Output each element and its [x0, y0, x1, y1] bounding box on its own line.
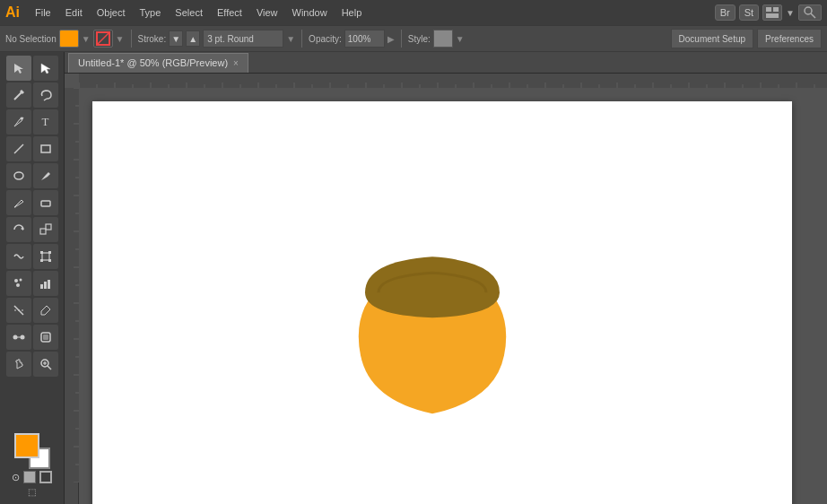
tool-panel: T	[0, 52, 65, 504]
eraser-btn[interactable]	[33, 190, 58, 215]
tool-row-6	[2, 190, 62, 215]
lasso-btn[interactable]	[33, 83, 58, 108]
change-screen-mode-btn[interactable]: ⬚	[28, 487, 36, 497]
bridge-button[interactable]: Br	[715, 4, 736, 21]
svg-rect-23	[48, 251, 51, 254]
screen-mode-row: ⬚	[28, 487, 36, 497]
tool-row-8	[2, 244, 62, 269]
svg-point-3	[805, 7, 812, 14]
style-section: Style: ▼	[408, 30, 465, 48]
stock-button[interactable]: St	[739, 4, 759, 21]
zoom-tool-btn[interactable]	[33, 352, 58, 377]
svg-rect-31	[48, 280, 50, 289]
menu-select[interactable]: Select	[169, 4, 209, 21]
opacity-text-label: Opacity:	[309, 34, 342, 44]
main-area: T	[0, 52, 827, 504]
stroke-dropdown-icon[interactable]: ▼	[286, 34, 295, 44]
svg-rect-25	[48, 259, 51, 262]
svg-marker-8	[41, 64, 50, 74]
menu-help[interactable]: Help	[335, 4, 369, 21]
opacity-input[interactable]	[344, 30, 385, 48]
fill-dropdown-icon[interactable]: ▼	[82, 34, 91, 44]
blend-btn[interactable]	[6, 325, 31, 350]
magic-wand-btn[interactable]	[6, 83, 31, 108]
scale-btn[interactable]	[33, 217, 58, 242]
pencil-btn[interactable]	[6, 190, 31, 215]
options-toolbar: No Selection ▼ ▼ Stroke: ▼ ▲ 3 pt. Round…	[0, 25, 827, 52]
svg-rect-29	[40, 284, 43, 289]
foreground-color-box[interactable]	[14, 433, 39, 458]
opacity-section: Opacity: ▶	[309, 30, 395, 48]
svg-point-35	[13, 335, 17, 340]
svg-line-6	[97, 32, 109, 45]
menu-effect[interactable]: Effect	[211, 4, 248, 21]
line-tool-btn[interactable]	[6, 136, 31, 161]
search-icon[interactable]	[798, 4, 822, 21]
eyedropper-btn[interactable]	[33, 298, 58, 323]
tab-title: Untitled-1* @ 50% (RGB/Preview)	[78, 57, 228, 68]
stroke-icon[interactable]	[93, 30, 113, 48]
default-colors-icon[interactable]: ⊙	[12, 472, 20, 483]
direct-selection-tool-btn[interactable]	[33, 56, 58, 81]
style-swatch[interactable]	[433, 30, 453, 48]
color-mode-row: ⊙	[12, 471, 52, 483]
svg-rect-24	[40, 259, 43, 262]
svg-rect-19	[40, 229, 46, 234]
svg-point-15	[14, 172, 23, 179]
document-setup-button[interactable]: Document Setup	[671, 29, 754, 48]
color-boxes	[14, 433, 50, 469]
workspace-layout-icon[interactable]	[762, 4, 782, 21]
svg-marker-7	[14, 64, 23, 74]
rotate-btn[interactable]	[6, 217, 31, 242]
menu-edit[interactable]: Edit	[59, 4, 89, 21]
ruler-and-canvas-col	[79, 74, 827, 504]
svg-rect-39	[43, 335, 48, 340]
opacity-dropdown-icon[interactable]: ▶	[387, 34, 395, 44]
column-graph-btn[interactable]	[33, 271, 58, 296]
vertical-ruler	[65, 88, 79, 504]
svg-line-11	[44, 99, 47, 100]
menu-object[interactable]: Object	[91, 4, 132, 21]
horizontal-ruler	[79, 74, 827, 88]
menu-type[interactable]: Type	[134, 4, 168, 21]
ellipse-tool-btn[interactable]	[6, 163, 31, 188]
separator-3	[401, 30, 402, 48]
tool-row-9	[2, 271, 62, 296]
stroke-decrease-btn[interactable]: ▼	[169, 30, 183, 47]
paintbrush-btn[interactable]	[33, 163, 58, 188]
selection-tool-btn[interactable]	[6, 56, 31, 81]
selection-section: No Selection ▼ ▼	[5, 30, 125, 48]
style-dropdown-icon[interactable]: ▼	[456, 34, 465, 44]
none-fill-icon[interactable]	[23, 471, 36, 483]
free-transform-btn[interactable]	[33, 244, 58, 269]
stroke-color-dropdown-icon[interactable]: ▼	[116, 34, 125, 44]
stroke-value-display: 3 pt. Round	[203, 30, 283, 48]
tool-row-12	[2, 352, 62, 377]
type-tool-btn[interactable]: T	[33, 109, 58, 135]
fill-color-swatch[interactable]	[59, 30, 79, 48]
svg-rect-68	[79, 74, 827, 88]
tab-close-btn[interactable]: ×	[233, 58, 239, 68]
svg-rect-22	[40, 251, 43, 254]
menu-view[interactable]: View	[250, 4, 284, 21]
menu-file[interactable]: File	[29, 4, 57, 21]
preferences-button[interactable]: Preferences	[757, 29, 822, 48]
warp-btn[interactable]	[6, 244, 31, 269]
svg-point-26	[14, 279, 18, 282]
document-tab[interactable]: Untitled-1* @ 50% (RGB/Preview) ×	[68, 53, 248, 73]
pen-tool-btn[interactable]	[6, 109, 31, 135]
svg-point-12	[20, 117, 22, 120]
separator-1	[131, 30, 132, 48]
tool-row-3: T	[2, 109, 62, 135]
rect-tool-btn[interactable]	[33, 136, 58, 161]
slice-btn[interactable]	[6, 298, 31, 323]
menu-window[interactable]: Window	[286, 4, 334, 21]
hand-tool-btn[interactable]	[6, 352, 31, 377]
stroke-increase-btn[interactable]: ▲	[186, 30, 200, 47]
workspace-dropdown-icon[interactable]: ▼	[786, 8, 795, 18]
gradient-icon[interactable]	[39, 471, 52, 483]
live-paint-btn[interactable]	[33, 325, 58, 350]
symbol-sprayer-btn[interactable]	[6, 271, 31, 296]
color-area: ⊙ ⬚	[2, 430, 62, 500]
svg-rect-0	[766, 7, 771, 12]
